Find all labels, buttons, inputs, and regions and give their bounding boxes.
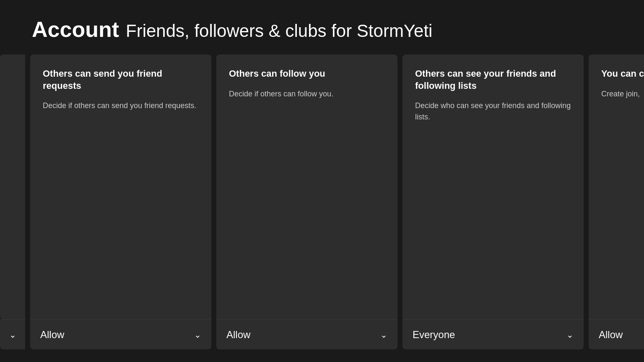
card-title-see-friends: Others can see your friends and followin… <box>415 68 571 92</box>
card-description-friend-requests: Decide if others can send you friend req… <box>43 100 199 111</box>
card-title-friend-requests: Others can send you friend requests <box>43 68 199 92</box>
dropdown-label-follow-you: Allow <box>226 329 250 341</box>
card-wrapper-follow-you: Others can follow you Decide if others c… <box>216 54 397 349</box>
card-description-follow-you: Decide if others can follow you. <box>229 88 385 100</box>
card-partial-left-body <box>0 54 25 319</box>
page-header: Account Friends, followers & clubs for S… <box>0 0 644 54</box>
chevron-down-icon-see-friends: ⌄ <box>566 330 574 340</box>
card-wrapper-see-friends: Others can see your friends and followin… <box>402 54 584 349</box>
card-see-friends: Others can see your friends and followin… <box>402 54 584 319</box>
cards-container: ⌄ Others can send you friend requests De… <box>0 54 644 349</box>
chevron-down-icon-friend-requests: ⌄ <box>194 330 201 340</box>
card-partial-right-body: You can cr Create join, <box>589 54 644 319</box>
dropdown-follow-you[interactable]: Allow ⌄ <box>216 319 397 349</box>
card-follow-you: Others can follow you Decide if others c… <box>216 54 397 319</box>
chevron-down-icon-follow-you: ⌄ <box>380 330 387 340</box>
chevron-down-icon: ⌄ <box>9 330 16 340</box>
dropdown-friend-requests[interactable]: Allow ⌄ <box>30 319 211 349</box>
card-wrapper-friend-requests: Others can send you friend requests Deci… <box>30 54 211 349</box>
dropdown-see-friends[interactable]: Everyone ⌄ <box>402 319 584 349</box>
card-friend-requests: Others can send you friend requests Deci… <box>30 54 211 319</box>
card-title-follow-you: Others can follow you <box>229 68 385 80</box>
card-description-see-friends: Decide who can see your friends and foll… <box>415 100 571 123</box>
card-wrapper-partial-right: You can cr Create join, Allow <box>589 54 644 349</box>
page-subtitle: Friends, followers & clubs for StormYeti <box>126 21 432 41</box>
dropdown-partial-left[interactable]: ⌄ <box>0 319 25 349</box>
dropdown-partial-right[interactable]: Allow <box>589 319 644 349</box>
dropdown-label-partial-right: Allow <box>599 329 623 341</box>
card-title-partial-right: You can cr <box>601 68 644 80</box>
dropdown-label-see-friends: Everyone <box>413 329 455 341</box>
card-wrapper-partial-left: ⌄ <box>0 54 25 349</box>
dropdown-label-friend-requests: Allow <box>40 329 64 341</box>
account-label: Account <box>32 17 119 42</box>
card-description-partial-right: Create join, <box>601 88 644 100</box>
